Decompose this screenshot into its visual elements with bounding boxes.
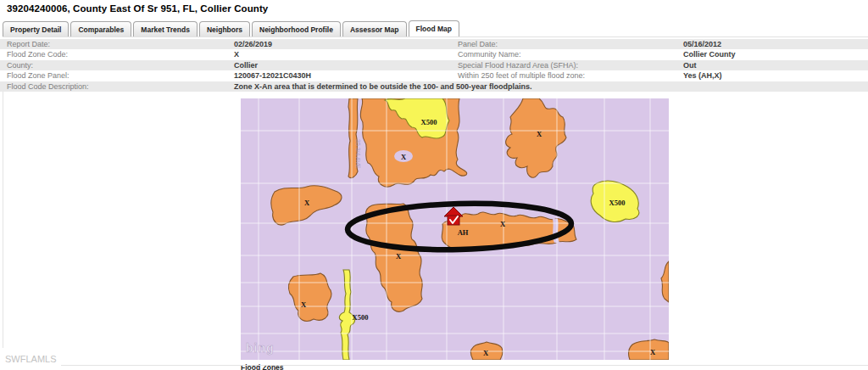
zone-label-x500: X500 [609,199,626,207]
field-label: Within 250 feet of multiple flood zone: [458,70,683,81]
field-label: Report Date: [0,39,234,49]
tab-neighborhood-profile[interactable]: Neighborhood Profile [252,21,341,36]
zone-label-x: X [483,349,489,357]
flood-map[interactable]: 35 3/4 AVE X500 X X X X500 X AH X X X500… [241,98,669,360]
zone-label-x: X [396,252,402,261]
field-label: Special Flood Hazard Area (SFHA): [458,60,683,70]
zone-label-x: X [304,199,310,207]
field-value: Collier County [683,49,868,59]
table-row: Flood Zone Panel: 120067-12021C0430H Wit… [0,70,868,81]
zone-label-x500: X500 [421,118,437,126]
bing-logo: bing [246,341,275,355]
field-value: 05/16/2012 [683,39,868,49]
road-label: 35 3/4 AVE [355,139,361,169]
zone-label-x: X [537,130,542,138]
zone-label-x: X [650,348,656,356]
field-value: X [234,49,458,59]
field-value: Out [683,60,868,70]
field-value: Zone X-An area that is determined to be … [234,81,868,92]
field-value: Yes (AH,X) [683,70,868,81]
field-value: 02/26/2019 [234,39,458,49]
flood-info-table: Report Date: 02/26/2019 Panel Date: 05/1… [0,39,868,92]
field-label: Panel Date: [458,39,683,49]
field-label: Flood Zone Code: [0,49,234,59]
tab-market-trends[interactable]: Market Trends [133,21,198,36]
table-row: Flood Code Description: Zone X-An area t… [0,81,868,92]
field-label: County: [0,60,234,70]
frame-divider [3,92,3,348]
field-label: Flood Code Description: [0,81,234,92]
tab-neighbors[interactable]: Neighbors [199,21,250,36]
tab-flood-map[interactable]: Flood Map [409,20,460,36]
field-value: 120067-12021C0430H [234,70,458,81]
zone-label-x: X [500,220,506,228]
table-row: Flood Zone Code: X Community Name: Colli… [0,49,868,59]
page-title: 39204240006, County East Of Sr 951, FL, … [0,0,868,14]
table-row: Report Date: 02/26/2019 Panel Date: 05/1… [0,39,868,49]
field-value: Collier [234,60,458,70]
frame-divider [61,365,868,366]
zone-label-x: X [401,153,407,161]
field-label: Flood Zone Panel: [0,70,234,81]
watermark: SWFLAMLS [5,354,57,364]
field-label: Community Name: [458,49,683,59]
tab-property-detail[interactable]: Property Detail [3,21,69,36]
zone-label-ah: AH [458,228,469,237]
table-row: County: Collier Special Flood Hazard Are… [0,60,868,70]
zone-label-x500: X500 [353,313,369,322]
tab-comparables[interactable]: Comparables [70,21,131,36]
tab-bar: Property Detail Comparables Market Trend… [3,20,868,37]
zone-label-x: X [301,300,307,309]
flood-map-canvas[interactable]: 35 3/4 AVE X500 X X X X500 X AH X X X500… [241,98,669,360]
tab-assessor-map[interactable]: Assessor Map [342,21,407,36]
